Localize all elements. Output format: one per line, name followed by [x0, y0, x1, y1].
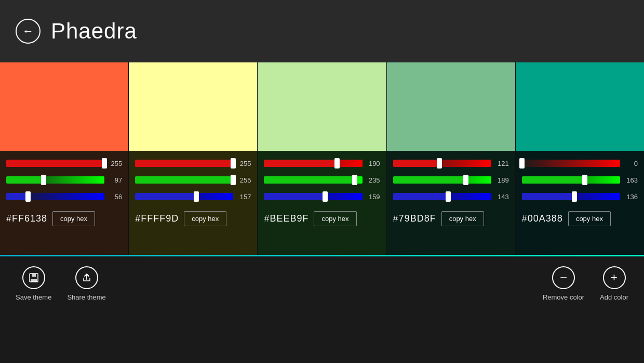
slider-row-g-2: 255: [135, 173, 251, 187]
slider-track-b-2[interactable]: [135, 193, 233, 200]
slider-track-r-5[interactable]: [522, 160, 620, 167]
add-color-icon: +: [603, 266, 626, 289]
save-theme-label: Save theme: [16, 293, 51, 301]
swatch-5: 0163136#00A388copy hex: [516, 62, 644, 255]
slider-track-r-4[interactable]: [393, 160, 491, 167]
share-theme-label: Share theme: [67, 293, 105, 301]
hex-row-2: #FFFF9Dcopy hex: [135, 209, 251, 226]
slider-row-b-1: 56: [6, 189, 122, 204]
slider-row-g-4: 189: [393, 173, 509, 187]
swatch-controls-5: 0163136#00A388copy hex: [516, 151, 644, 255]
slider-track-b-4[interactable]: [393, 193, 491, 200]
slider-value-b-3: 159: [366, 193, 380, 201]
copy-hex-button-5[interactable]: copy hex: [568, 211, 611, 226]
save-icon: [22, 266, 45, 289]
share-icon: [75, 266, 98, 289]
swatch-color-4[interactable]: [387, 62, 515, 151]
back-button[interactable]: ←: [16, 19, 41, 44]
hex-value-3: #BEEB9F: [264, 213, 308, 224]
slider-row-b-4: 143: [393, 189, 509, 204]
swatch-color-5[interactable]: [516, 62, 644, 151]
save-theme-button[interactable]: Save theme: [16, 266, 51, 301]
swatch-controls-4: 121189143#79BD8Fcopy hex: [387, 151, 515, 255]
hex-value-1: #FF6138: [6, 213, 47, 224]
app-footer: Save theme Share theme − Remove color + …: [0, 256, 644, 311]
swatch-color-2[interactable]: [129, 62, 257, 151]
slider-value-r-2: 255: [236, 160, 251, 167]
slider-row-g-1: 97: [6, 173, 122, 187]
swatch-color-1[interactable]: [0, 62, 128, 151]
slider-track-g-2[interactable]: [135, 176, 233, 184]
swatch-color-3[interactable]: [258, 62, 386, 151]
slider-track-g-4[interactable]: [393, 176, 491, 184]
slider-track-g-5[interactable]: [522, 176, 620, 184]
slider-track-r-1[interactable]: [6, 160, 104, 167]
swatch-controls-3: 190235159#BEEB9Fcopy hex: [258, 151, 386, 255]
hex-value-5: #00A388: [522, 213, 563, 224]
slider-value-b-5: 136: [623, 193, 638, 201]
slider-row-b-3: 159: [264, 189, 380, 204]
app-header: ← Phaedra: [0, 0, 644, 62]
swatch-3: 190235159#BEEB9Fcopy hex: [258, 62, 386, 255]
footer-right: − Remove color + Add color: [543, 266, 628, 301]
slider-track-b-5[interactable]: [522, 193, 620, 200]
slider-row-r-3: 190: [264, 156, 380, 171]
slider-row-b-5: 136: [522, 189, 638, 204]
swatch-2: 255255157#FFFF9Dcopy hex: [129, 62, 258, 255]
svg-rect-2: [31, 279, 37, 282]
remove-color-button[interactable]: − Remove color: [543, 266, 584, 301]
page-title: Phaedra: [51, 19, 137, 44]
swatch-1: 2559756#FF6138copy hex: [0, 62, 129, 255]
slider-value-b-4: 143: [494, 193, 509, 201]
slider-row-r-1: 255: [6, 156, 122, 171]
slider-value-g-3: 235: [366, 176, 380, 184]
add-color-label: Add color: [600, 293, 628, 301]
remove-color-label: Remove color: [543, 293, 584, 301]
slider-row-g-5: 163: [522, 173, 638, 187]
hex-row-1: #FF6138copy hex: [6, 209, 122, 226]
slider-value-r-5: 0: [623, 160, 638, 167]
slider-value-g-1: 97: [108, 176, 122, 184]
hex-row-3: #BEEB9Fcopy hex: [264, 209, 380, 226]
slider-track-g-1[interactable]: [6, 176, 104, 184]
slider-track-r-2[interactable]: [135, 160, 233, 167]
swatches-container: 2559756#FF6138copy hex255255157#FFFF9Dco…: [0, 62, 644, 255]
slider-row-r-5: 0: [522, 156, 638, 171]
slider-row-r-2: 255: [135, 156, 251, 171]
slider-value-r-4: 121: [494, 160, 509, 167]
swatch-4: 121189143#79BD8Fcopy hex: [387, 62, 516, 255]
slider-value-b-2: 157: [236, 193, 251, 201]
slider-value-b-1: 56: [108, 193, 122, 201]
svg-rect-1: [32, 274, 36, 277]
slider-row-g-3: 235: [264, 173, 380, 187]
swatch-controls-1: 2559756#FF6138copy hex: [0, 151, 128, 255]
slider-value-r-1: 255: [108, 160, 122, 167]
back-arrow-icon: ←: [22, 25, 34, 37]
slider-track-r-3[interactable]: [264, 160, 362, 167]
hex-row-5: #00A388copy hex: [522, 209, 638, 226]
add-color-button[interactable]: + Add color: [600, 266, 628, 301]
hex-row-4: #79BD8Fcopy hex: [393, 209, 509, 226]
slider-value-g-2: 255: [236, 176, 251, 184]
remove-color-icon: −: [552, 266, 575, 289]
slider-row-r-4: 121: [393, 156, 509, 171]
copy-hex-button-1[interactable]: copy hex: [52, 211, 95, 226]
slider-value-g-5: 163: [623, 176, 638, 184]
slider-value-g-4: 189: [494, 176, 509, 184]
slider-track-g-3[interactable]: [264, 176, 362, 184]
footer-left: Save theme Share theme: [16, 266, 106, 301]
hex-value-4: #79BD8F: [393, 213, 436, 224]
hex-value-2: #FFFF9D: [135, 213, 179, 224]
copy-hex-button-2[interactable]: copy hex: [184, 211, 226, 226]
slider-track-b-1[interactable]: [6, 193, 104, 200]
share-theme-button[interactable]: Share theme: [67, 266, 105, 301]
copy-hex-button-4[interactable]: copy hex: [441, 211, 484, 226]
swatch-controls-2: 255255157#FFFF9Dcopy hex: [129, 151, 257, 255]
copy-hex-button-3[interactable]: copy hex: [314, 211, 356, 226]
slider-row-b-2: 157: [135, 189, 251, 204]
slider-track-b-3[interactable]: [264, 193, 362, 200]
slider-value-r-3: 190: [366, 160, 380, 167]
